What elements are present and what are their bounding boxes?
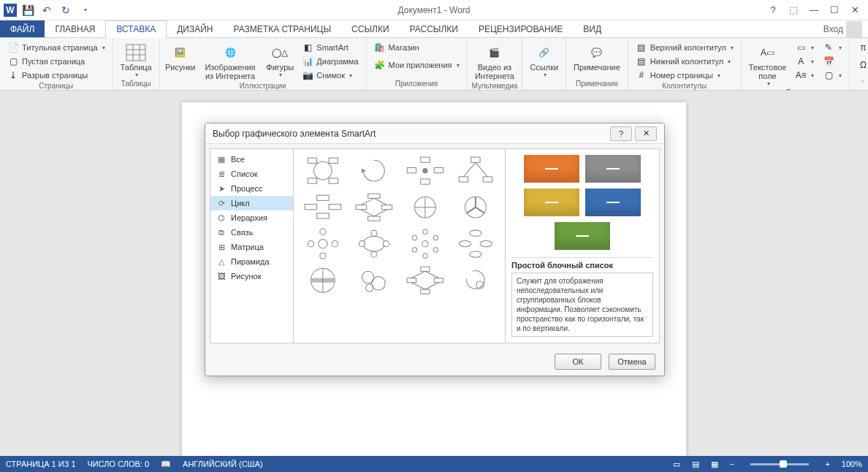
qat-customize-icon[interactable]: [77, 2, 93, 18]
gallery-thumb[interactable]: [452, 155, 499, 187]
zoom-level[interactable]: 100%: [842, 460, 862, 468]
footer-icon: ▤: [636, 56, 647, 67]
save-icon[interactable]: 💾: [20, 2, 36, 18]
table-button[interactable]: Таблица: [118, 41, 155, 80]
cat-matrix[interactable]: ⊞Матрица: [210, 240, 293, 254]
links-button[interactable]: 🔗Ссылки: [527, 41, 561, 80]
minimize-icon[interactable]: —: [804, 2, 823, 18]
close-icon[interactable]: ✕: [845, 2, 864, 18]
footer-button[interactable]: ▤Нижний колонтитул: [633, 55, 736, 68]
smartart-button[interactable]: ◧SmartArt: [299, 41, 361, 54]
page-break-button[interactable]: ⤓Разрыв страницы: [4, 69, 108, 82]
cat-pyramid[interactable]: △Пирамида: [210, 254, 293, 269]
equation-button[interactable]: πУравнение: [854, 41, 868, 54]
gallery-thumb[interactable]: [300, 228, 346, 260]
svg-rect-28: [368, 216, 379, 221]
tab-layout[interactable]: РАЗМЕТКА СТРАНИЦЫ: [224, 20, 342, 37]
text-extras-6[interactable]: ▢: [820, 69, 845, 82]
shapes-button[interactable]: ◯△Фигуры: [264, 41, 296, 80]
view-print-icon[interactable]: ▤: [692, 460, 699, 469]
cat-relationship[interactable]: ⧉Связь: [210, 225, 293, 240]
header-button[interactable]: ▤Верхний колонтитул: [633, 41, 736, 54]
cat-process[interactable]: ➤Процесс: [210, 181, 293, 196]
cat-hierarchy[interactable]: ⌬Иерархия: [210, 210, 293, 225]
comment-button[interactable]: 💬Примечание: [571, 41, 623, 73]
text-extras-2[interactable]: А: [792, 55, 817, 68]
cat-picture[interactable]: 🖼Рисунок: [210, 269, 293, 283]
online-video-button[interactable]: 🎬Видео из Интернета: [472, 41, 518, 82]
svg-point-49: [470, 251, 481, 257]
svg-point-15: [422, 169, 427, 173]
gallery-thumb[interactable]: [452, 264, 499, 297]
gallery-thumb[interactable]: [351, 155, 397, 187]
my-apps-icon: 🧩: [374, 59, 386, 71]
tab-file[interactable]: ФАЙЛ: [0, 20, 45, 37]
dialog-help-button[interactable]: ?: [610, 126, 632, 141]
online-pictures-button[interactable]: 🌐Изображения из Интернета: [199, 41, 262, 82]
pictures-button[interactable]: 🖼️Рисунки: [164, 41, 197, 73]
ok-button[interactable]: ОК: [555, 354, 601, 370]
tab-view[interactable]: ВИД: [573, 20, 612, 37]
zoom-in-icon[interactable]: +: [825, 460, 829, 468]
store-icon: 🛍️: [374, 42, 386, 53]
gallery-thumb[interactable]: [402, 228, 449, 260]
text-extras-1[interactable]: ▭: [792, 41, 817, 54]
symbol-button[interactable]: ΩСимвол: [854, 58, 868, 72]
gallery-thumb[interactable]: [351, 191, 397, 224]
svg-point-42: [433, 236, 438, 240]
gallery-thumb[interactable]: [402, 191, 449, 224]
cat-all[interactable]: ▦Все: [210, 152, 293, 167]
page-number-button[interactable]: #Номер страницы: [633, 69, 736, 82]
gallery-thumb[interactable]: [402, 155, 449, 187]
status-page[interactable]: СТРАНИЦА 1 ИЗ 1: [6, 460, 76, 468]
screenshot-button[interactable]: 📷Снимок: [299, 69, 361, 82]
status-proofing-icon[interactable]: 📖: [161, 460, 171, 469]
redo-icon[interactable]: ↻: [58, 2, 74, 18]
tab-review[interactable]: РЕЦЕНЗИРОВАНИЕ: [468, 20, 573, 37]
help-icon[interactable]: ?: [764, 2, 783, 18]
cancel-button[interactable]: Отмена: [609, 354, 655, 370]
blank-page-button[interactable]: ▢Пустая страница: [4, 55, 108, 68]
gallery-thumb[interactable]: [300, 191, 346, 224]
gallery-thumb[interactable]: [402, 264, 449, 297]
shapes-icon: ◯△: [268, 42, 292, 63]
cover-page-button[interactable]: 📄Титульная страница: [4, 41, 108, 54]
tab-home[interactable]: ГЛАВНАЯ: [45, 20, 105, 37]
gallery-thumb[interactable]: [351, 228, 397, 260]
tab-mailings[interactable]: РАССЫЛКИ: [400, 20, 468, 37]
svg-rect-22: [305, 205, 316, 210]
maximize-icon[interactable]: ☐: [825, 2, 844, 18]
my-apps-button[interactable]: 🧩Мои приложения: [371, 58, 462, 72]
gallery-thumb[interactable]: [351, 264, 397, 297]
status-words[interactable]: ЧИСЛО СЛОВ: 0: [88, 460, 150, 468]
text-extras-5[interactable]: 📅: [820, 55, 845, 68]
svg-rect-26: [356, 205, 366, 210]
zoom-out-icon[interactable]: −: [730, 460, 734, 468]
tab-design[interactable]: ДИЗАЙН: [167, 20, 223, 37]
cat-list[interactable]: ≣Список: [210, 167, 293, 181]
gallery-thumb[interactable]: [300, 264, 346, 297]
view-read-icon[interactable]: ▭: [673, 460, 680, 469]
textbox-button[interactable]: A▭Текстовое поле: [746, 41, 790, 88]
chart-button[interactable]: 📊Диаграмма: [299, 55, 361, 68]
tab-references[interactable]: ССЫЛКИ: [341, 20, 399, 37]
zoom-slider[interactable]: [750, 463, 809, 465]
gallery-thumb[interactable]: [300, 155, 346, 187]
ribbon-display-icon[interactable]: ⬚: [784, 2, 803, 18]
store-button[interactable]: 🛍️Магазин: [371, 41, 462, 54]
tab-insert[interactable]: ВСТАВКА: [105, 20, 167, 38]
gallery-thumb[interactable]: [452, 228, 499, 260]
svg-point-55: [372, 277, 386, 291]
cat-cycle[interactable]: ⟳Цикл: [210, 196, 293, 210]
svg-point-35: [308, 241, 313, 247]
text-extras-4[interactable]: ✎: [820, 41, 845, 54]
pictures-icon: 🖼️: [169, 42, 192, 63]
sign-in[interactable]: Вход: [818, 20, 868, 37]
text-extras-3[interactable]: A≡: [792, 69, 817, 82]
view-web-icon[interactable]: ▦: [711, 460, 718, 469]
status-language[interactable]: АНГЛИЙСКИЙ (США): [183, 460, 263, 468]
undo-icon[interactable]: ↶: [39, 2, 55, 18]
dialog-close-button[interactable]: ✕: [635, 126, 657, 141]
gallery-thumb[interactable]: [452, 191, 499, 224]
collapse-ribbon-icon[interactable]: ˇ: [861, 80, 864, 88]
